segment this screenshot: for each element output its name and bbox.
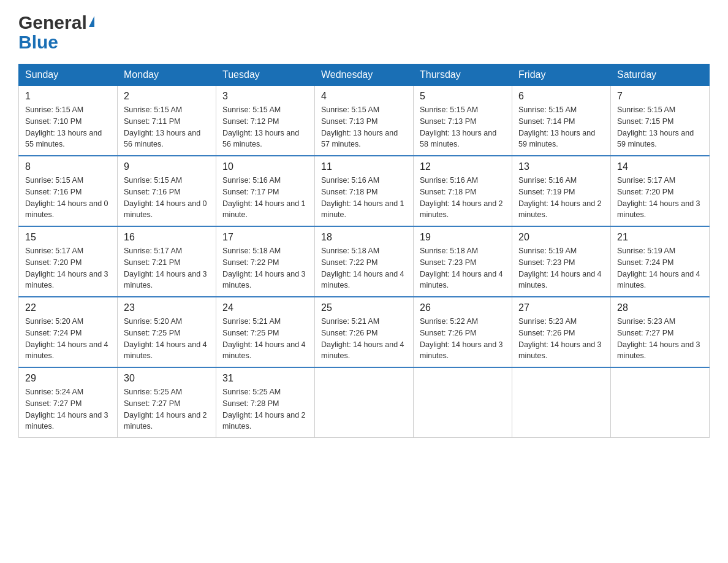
calendar-cell bbox=[414, 367, 512, 438]
calendar-cell: 4 Sunrise: 5:15 AM Sunset: 7:13 PM Dayli… bbox=[315, 86, 414, 156]
day-number: 31 bbox=[222, 373, 308, 384]
day-number: 20 bbox=[518, 232, 604, 243]
day-number: 2 bbox=[124, 91, 210, 102]
day-info: Sunrise: 5:24 AM Sunset: 7:27 PM Dayligh… bbox=[25, 386, 111, 432]
calendar-cell: 26 Sunrise: 5:22 AM Sunset: 7:26 PM Dayl… bbox=[414, 297, 512, 367]
calendar-cell: 9 Sunrise: 5:15 AM Sunset: 7:16 PM Dayli… bbox=[118, 156, 216, 226]
calendar-cell: 12 Sunrise: 5:16 AM Sunset: 7:18 PM Dayl… bbox=[414, 156, 512, 226]
day-number: 21 bbox=[617, 232, 703, 243]
calendar-cell: 11 Sunrise: 5:16 AM Sunset: 7:18 PM Dayl… bbox=[315, 156, 414, 226]
day-info: Sunrise: 5:16 AM Sunset: 7:18 PM Dayligh… bbox=[420, 175, 506, 221]
day-number: 1 bbox=[25, 91, 111, 102]
calendar-week-3: 15 Sunrise: 5:17 AM Sunset: 7:20 PM Dayl… bbox=[19, 226, 710, 297]
day-info: Sunrise: 5:16 AM Sunset: 7:17 PM Dayligh… bbox=[222, 175, 308, 221]
day-number: 24 bbox=[222, 302, 308, 313]
day-info: Sunrise: 5:22 AM Sunset: 7:26 PM Dayligh… bbox=[420, 316, 506, 362]
header-thursday: Thursday bbox=[414, 64, 512, 86]
day-number: 14 bbox=[617, 161, 703, 172]
calendar-week-5: 29 Sunrise: 5:24 AM Sunset: 7:27 PM Dayl… bbox=[19, 367, 710, 438]
calendar-cell bbox=[611, 367, 710, 438]
day-number: 16 bbox=[124, 232, 210, 243]
logo-general: General bbox=[18, 12, 87, 33]
calendar-cell bbox=[315, 367, 414, 438]
day-number: 19 bbox=[420, 232, 506, 243]
day-info: Sunrise: 5:16 AM Sunset: 7:19 PM Dayligh… bbox=[518, 175, 604, 221]
calendar-cell: 30 Sunrise: 5:25 AM Sunset: 7:27 PM Dayl… bbox=[118, 367, 216, 438]
day-number: 6 bbox=[518, 91, 604, 102]
day-info: Sunrise: 5:17 AM Sunset: 7:20 PM Dayligh… bbox=[25, 245, 111, 291]
day-info: Sunrise: 5:20 AM Sunset: 7:24 PM Dayligh… bbox=[25, 316, 111, 362]
day-info: Sunrise: 5:15 AM Sunset: 7:10 PM Dayligh… bbox=[25, 104, 111, 150]
day-info: Sunrise: 5:17 AM Sunset: 7:20 PM Dayligh… bbox=[617, 175, 703, 221]
day-info: Sunrise: 5:23 AM Sunset: 7:26 PM Dayligh… bbox=[518, 316, 604, 362]
day-info: Sunrise: 5:15 AM Sunset: 7:16 PM Dayligh… bbox=[25, 175, 111, 221]
calendar-cell: 23 Sunrise: 5:20 AM Sunset: 7:25 PM Dayl… bbox=[118, 297, 216, 367]
day-info: Sunrise: 5:19 AM Sunset: 7:23 PM Dayligh… bbox=[518, 245, 604, 291]
calendar-cell: 28 Sunrise: 5:23 AM Sunset: 7:27 PM Dayl… bbox=[611, 297, 710, 367]
day-info: Sunrise: 5:21 AM Sunset: 7:25 PM Dayligh… bbox=[222, 316, 308, 362]
logo-triangle-icon bbox=[89, 16, 94, 27]
calendar-cell: 1 Sunrise: 5:15 AM Sunset: 7:10 PM Dayli… bbox=[19, 86, 118, 156]
page-header: General Blue bbox=[18, 12, 710, 52]
day-number: 22 bbox=[25, 302, 111, 313]
day-number: 30 bbox=[124, 373, 210, 384]
day-info: Sunrise: 5:25 AM Sunset: 7:27 PM Dayligh… bbox=[124, 386, 210, 432]
calendar-cell: 15 Sunrise: 5:17 AM Sunset: 7:20 PM Dayl… bbox=[19, 226, 118, 297]
calendar-cell: 16 Sunrise: 5:17 AM Sunset: 7:21 PM Dayl… bbox=[118, 226, 216, 297]
day-number: 18 bbox=[321, 232, 407, 243]
day-info: Sunrise: 5:21 AM Sunset: 7:26 PM Dayligh… bbox=[321, 316, 407, 362]
calendar-cell: 10 Sunrise: 5:16 AM Sunset: 7:17 PM Dayl… bbox=[216, 156, 315, 226]
calendar-cell: 20 Sunrise: 5:19 AM Sunset: 7:23 PM Dayl… bbox=[512, 226, 611, 297]
calendar-cell: 6 Sunrise: 5:15 AM Sunset: 7:14 PM Dayli… bbox=[512, 86, 611, 156]
calendar-cell: 13 Sunrise: 5:16 AM Sunset: 7:19 PM Dayl… bbox=[512, 156, 611, 226]
day-number: 8 bbox=[25, 161, 111, 172]
logo: General Blue bbox=[18, 12, 94, 52]
calendar-cell: 8 Sunrise: 5:15 AM Sunset: 7:16 PM Dayli… bbox=[19, 156, 118, 226]
day-number: 5 bbox=[420, 91, 506, 102]
day-number: 4 bbox=[321, 91, 407, 102]
calendar-header-row: SundayMondayTuesdayWednesdayThursdayFrid… bbox=[19, 64, 710, 86]
day-info: Sunrise: 5:15 AM Sunset: 7:16 PM Dayligh… bbox=[124, 175, 210, 221]
day-info: Sunrise: 5:18 AM Sunset: 7:22 PM Dayligh… bbox=[222, 245, 308, 291]
day-number: 10 bbox=[222, 161, 308, 172]
calendar-cell: 21 Sunrise: 5:19 AM Sunset: 7:24 PM Dayl… bbox=[611, 226, 710, 297]
calendar-cell: 18 Sunrise: 5:18 AM Sunset: 7:22 PM Dayl… bbox=[315, 226, 414, 297]
day-info: Sunrise: 5:17 AM Sunset: 7:21 PM Dayligh… bbox=[124, 245, 210, 291]
day-number: 25 bbox=[321, 302, 407, 313]
day-number: 7 bbox=[617, 91, 703, 102]
day-number: 11 bbox=[321, 161, 407, 172]
calendar-cell: 29 Sunrise: 5:24 AM Sunset: 7:27 PM Dayl… bbox=[19, 367, 118, 438]
header-friday: Friday bbox=[512, 64, 611, 86]
day-info: Sunrise: 5:19 AM Sunset: 7:24 PM Dayligh… bbox=[617, 245, 703, 291]
day-info: Sunrise: 5:15 AM Sunset: 7:13 PM Dayligh… bbox=[420, 104, 506, 150]
day-number: 23 bbox=[124, 302, 210, 313]
calendar-cell: 25 Sunrise: 5:21 AM Sunset: 7:26 PM Dayl… bbox=[315, 297, 414, 367]
calendar-cell bbox=[512, 367, 611, 438]
calendar-cell: 2 Sunrise: 5:15 AM Sunset: 7:11 PM Dayli… bbox=[118, 86, 216, 156]
day-number: 26 bbox=[420, 302, 506, 313]
day-info: Sunrise: 5:18 AM Sunset: 7:22 PM Dayligh… bbox=[321, 245, 407, 291]
calendar-cell: 17 Sunrise: 5:18 AM Sunset: 7:22 PM Dayl… bbox=[216, 226, 315, 297]
calendar-cell: 14 Sunrise: 5:17 AM Sunset: 7:20 PM Dayl… bbox=[611, 156, 710, 226]
header-sunday: Sunday bbox=[19, 64, 118, 86]
calendar-week-4: 22 Sunrise: 5:20 AM Sunset: 7:24 PM Dayl… bbox=[19, 297, 710, 367]
day-number: 3 bbox=[222, 91, 308, 102]
day-number: 29 bbox=[25, 373, 111, 384]
day-info: Sunrise: 5:15 AM Sunset: 7:15 PM Dayligh… bbox=[617, 104, 703, 150]
header-monday: Monday bbox=[118, 64, 216, 86]
calendar-table: SundayMondayTuesdayWednesdayThursdayFrid… bbox=[18, 64, 710, 438]
calendar-week-1: 1 Sunrise: 5:15 AM Sunset: 7:10 PM Dayli… bbox=[19, 86, 710, 156]
day-info: Sunrise: 5:15 AM Sunset: 7:14 PM Dayligh… bbox=[518, 104, 604, 150]
day-info: Sunrise: 5:23 AM Sunset: 7:27 PM Dayligh… bbox=[617, 316, 703, 362]
day-info: Sunrise: 5:15 AM Sunset: 7:13 PM Dayligh… bbox=[321, 104, 407, 150]
calendar-cell: 22 Sunrise: 5:20 AM Sunset: 7:24 PM Dayl… bbox=[19, 297, 118, 367]
calendar-week-2: 8 Sunrise: 5:15 AM Sunset: 7:16 PM Dayli… bbox=[19, 156, 710, 226]
day-info: Sunrise: 5:25 AM Sunset: 7:28 PM Dayligh… bbox=[222, 386, 308, 432]
calendar-cell: 5 Sunrise: 5:15 AM Sunset: 7:13 PM Dayli… bbox=[414, 86, 512, 156]
day-number: 28 bbox=[617, 302, 703, 313]
calendar-cell: 24 Sunrise: 5:21 AM Sunset: 7:25 PM Dayl… bbox=[216, 297, 315, 367]
day-info: Sunrise: 5:15 AM Sunset: 7:11 PM Dayligh… bbox=[124, 104, 210, 150]
header-wednesday: Wednesday bbox=[315, 64, 414, 86]
header-tuesday: Tuesday bbox=[216, 64, 315, 86]
day-number: 17 bbox=[222, 232, 308, 243]
